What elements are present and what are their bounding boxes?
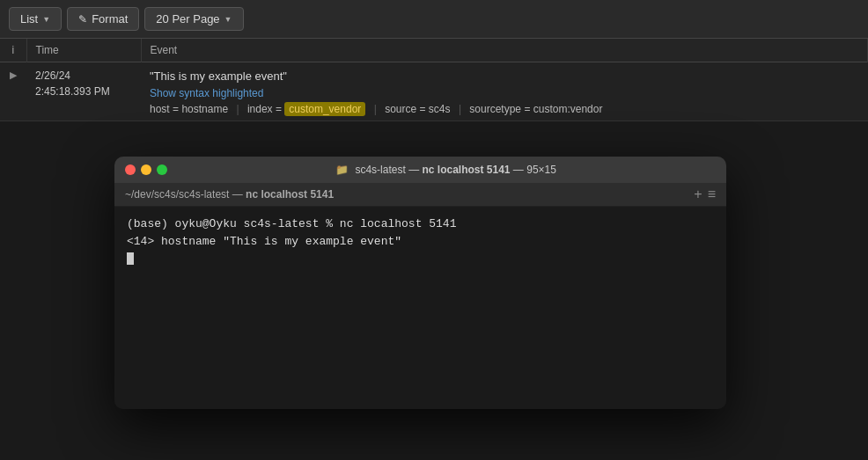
- table-header-row: i Time Event: [0, 39, 868, 62]
- format-button[interactable]: ✎ Format: [67, 7, 139, 31]
- terminal-body[interactable]: (base) oyku@Oyku sc4s-latest % nc localh…: [114, 207, 726, 409]
- event-text: "This is my example event": [150, 69, 287, 83]
- events-table: i Time Event ▶ 2/26/24 2:45:18.393 PM "T…: [0, 39, 868, 121]
- traffic-lights: [125, 164, 167, 175]
- field-index-op: =: [276, 103, 284, 115]
- minimize-button-icon[interactable]: [141, 164, 151, 175]
- split-tab-button[interactable]: ≡: [708, 186, 716, 202]
- list-caret-icon: ▼: [42, 15, 50, 24]
- format-button-label: Format: [92, 12, 128, 26]
- field-host-key: host: [150, 103, 170, 115]
- maximize-button-icon[interactable]: [157, 164, 167, 175]
- terminal-line-2: <14> hostname "This is my example event": [127, 233, 714, 251]
- per-page-button[interactable]: 20 Per Page ▼: [144, 7, 243, 31]
- terminal-window: 📁 sc4s-latest — nc localhost 5141 — 95×1…: [114, 157, 726, 409]
- field-source-value: sc4s: [429, 103, 451, 115]
- terminal-cursor-icon: [127, 252, 134, 265]
- folder-icon: 📁: [335, 164, 349, 176]
- terminal-tab-bar: ~/dev/sc4s/sc4s-latest — nc localhost 51…: [114, 183, 726, 207]
- tab-sep: —: [232, 188, 246, 201]
- format-pencil-icon: ✎: [78, 13, 87, 26]
- event-cell: "This is my example event" Show syntax h…: [141, 62, 868, 121]
- expand-arrow-icon[interactable]: ▶: [10, 69, 17, 80]
- expand-cell[interactable]: ▶: [0, 62, 26, 121]
- field-sourcetype-value: custom:vendor: [533, 103, 603, 115]
- time-cell: 2/26/24 2:45:18.393 PM: [26, 62, 141, 121]
- field-sourcetype-op: =: [524, 103, 533, 115]
- col-time: Time: [26, 39, 141, 62]
- field-index-value: custom_vendor: [284, 102, 365, 116]
- list-button-label: List: [20, 12, 38, 26]
- field-index-key: index: [247, 103, 273, 115]
- tab-command: nc localhost 5141: [246, 188, 334, 201]
- terminal-title-path: sc4s-latest: [355, 164, 405, 176]
- terminal-line-2-text: <14> hostname "This is my example event": [127, 235, 401, 248]
- toolbar: List ▼ ✎ Format 20 Per Page ▼: [0, 0, 868, 39]
- terminal-title: 📁 sc4s-latest — nc localhost 5141 — 95×1…: [176, 164, 716, 176]
- field-host-value: hostname: [181, 103, 228, 115]
- field-sep-1: |: [236, 103, 239, 115]
- field-sourcetype-key: sourcetype: [469, 103, 521, 115]
- field-sep-3: |: [459, 103, 461, 115]
- field-sep-2: |: [374, 103, 377, 115]
- list-button[interactable]: List ▼: [9, 7, 62, 31]
- terminal-dims: 95×15: [526, 164, 556, 176]
- per-page-label: 20 Per Page: [156, 12, 219, 26]
- field-host-op: =: [173, 103, 181, 115]
- terminal-titlebar: 📁 sc4s-latest — nc localhost 5141 — 95×1…: [114, 157, 726, 183]
- col-index: i: [0, 39, 26, 62]
- field-source-op: =: [420, 103, 429, 115]
- terminal-title-command: nc localhost 5141: [422, 164, 510, 176]
- event-date: 2/26/24: [35, 68, 132, 84]
- terminal-title-sep: —: [408, 164, 422, 176]
- table-row: ▶ 2/26/24 2:45:18.393 PM "This is my exa…: [0, 62, 868, 121]
- event-fields: host = hostname | index = custom_vendor …: [150, 103, 859, 115]
- tab-path: ~/dev/sc4s/sc4s-latest: [125, 188, 229, 201]
- per-page-caret-icon: ▼: [224, 15, 232, 24]
- event-time-value: 2:45:18.393 PM: [35, 84, 132, 99]
- new-tab-button[interactable]: +: [694, 186, 702, 202]
- col-event: Event: [141, 39, 868, 62]
- terminal-line-1: (base) oyku@Oyku sc4s-latest % nc localh…: [127, 215, 714, 233]
- show-syntax-link[interactable]: Show syntax highlighted: [150, 87, 263, 99]
- terminal-cursor-line: [127, 250, 714, 267]
- terminal-title-dims: —: [513, 164, 526, 176]
- terminal-tab-text: ~/dev/sc4s/sc4s-latest — nc localhost 51…: [125, 188, 694, 201]
- field-source-key: source: [385, 103, 416, 115]
- close-button-icon[interactable]: [125, 164, 136, 175]
